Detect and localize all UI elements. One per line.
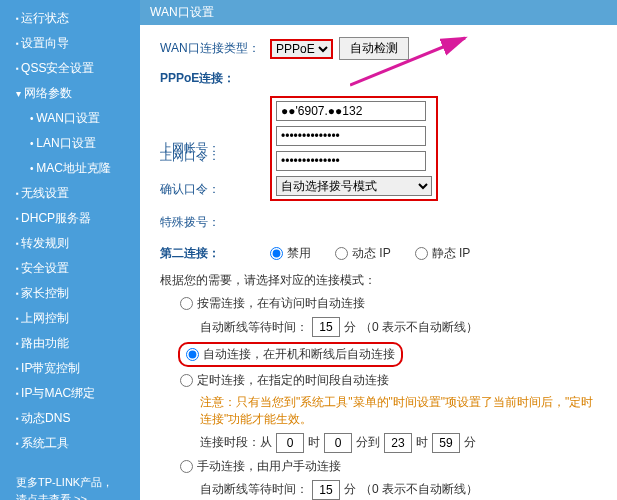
nav-wan[interactable]: WAN口设置	[0, 106, 140, 131]
footer-line1: 更多TP-LINK产品，	[16, 474, 132, 491]
nav-forward[interactable]: 转发规则	[0, 231, 140, 256]
sidebar-footer[interactable]: 更多TP-LINK产品， 请点击查看 >>	[0, 466, 140, 500]
period-h1[interactable]	[276, 433, 304, 453]
password-label2: 上网口令：	[160, 148, 270, 165]
mode-time-label: 定时连接，在指定的时间段自动连接	[197, 372, 389, 389]
confirm-label: 确认口令：	[160, 181, 270, 198]
nav-qss[interactable]: QSS安全设置	[0, 56, 140, 81]
idle-input-2[interactable]	[312, 480, 340, 500]
nav-parent[interactable]: 家长控制	[0, 281, 140, 306]
nav-lan[interactable]: LAN口设置	[0, 131, 140, 156]
mode-help-text: 根据您的需要，请选择对应的连接模式：	[160, 272, 597, 289]
nav-mac[interactable]: MAC地址克隆	[0, 156, 140, 181]
nav-system[interactable]: 系统工具	[0, 431, 140, 456]
second-disable-radio[interactable]	[270, 247, 283, 260]
nav-network-label[interactable]: 网络参数	[0, 81, 140, 106]
auto-detect-button[interactable]: 自动检测	[339, 37, 409, 60]
mode-auto-label: 自动连接，在开机和断线后自动连接	[203, 346, 395, 363]
mode-manual-radio[interactable]	[180, 460, 193, 473]
sidebar: 运行状态 设置向导 QSS安全设置 网络参数 WAN口设置 LAN口设置 MAC…	[0, 0, 140, 500]
idle-note: （0 表示不自动断线）	[360, 319, 478, 336]
nav-wizard[interactable]: 设置向导	[0, 31, 140, 56]
nav-ddns[interactable]: 动态DNS	[0, 406, 140, 431]
pppoe-label: PPPoE连接：	[160, 70, 270, 87]
period-h2[interactable]	[384, 433, 412, 453]
conn-type-label: WAN口连接类型：	[160, 40, 270, 57]
period-m2[interactable]	[432, 433, 460, 453]
idle-label: 自动断线等待时间：	[200, 319, 308, 336]
nav-ipmac[interactable]: IP与MAC绑定	[0, 381, 140, 406]
nav-bandwidth[interactable]: IP带宽控制	[0, 356, 140, 381]
idle-input[interactable]	[312, 317, 340, 337]
nav-access[interactable]: 上网控制	[0, 306, 140, 331]
period-m1[interactable]	[324, 433, 352, 453]
second-dynamic-radio[interactable]	[335, 247, 348, 260]
nav-dhcp[interactable]: DHCP服务器	[0, 206, 140, 231]
nav-wireless[interactable]: 无线设置	[0, 181, 140, 206]
conn-type-select[interactable]: PPPoE	[270, 39, 333, 59]
time-note: 注意：只有当您到"系统工具"菜单的"时间设置"项设置了当前时间后，"定时连接"功…	[200, 394, 600, 428]
section-title: WAN口设置	[140, 0, 617, 25]
main-content: WAN口设置 WAN口连接类型： PPPoE 自动检测 PPPoE连接： 上网帐…	[140, 0, 617, 500]
mode-demand-label: 按需连接，在有访问时自动连接	[197, 295, 365, 312]
mode-demand-radio[interactable]	[180, 297, 193, 310]
nav-network-group[interactable]: 网络参数 WAN口设置 LAN口设置 MAC地址克隆	[0, 81, 140, 181]
confirm-input[interactable]	[276, 151, 426, 171]
second-static-radio[interactable]	[415, 247, 428, 260]
nav-status[interactable]: 运行状态	[0, 6, 140, 31]
second-conn-label: 第二连接：	[160, 245, 270, 262]
dial-select[interactable]: 自动选择拨号模式	[276, 176, 432, 196]
footer-line2[interactable]: 请点击查看 >>	[16, 491, 132, 501]
nav-security[interactable]: 安全设置	[0, 256, 140, 281]
mode-manual-label: 手动连接，由用户手动连接	[197, 458, 341, 475]
mode-auto-radio[interactable]	[186, 348, 199, 361]
mode-auto-highlight: 自动连接，在开机和断线后自动连接	[178, 342, 403, 367]
dial-label: 特殊拨号：	[160, 214, 270, 231]
nav-route[interactable]: 路由功能	[0, 331, 140, 356]
mode-time-radio[interactable]	[180, 374, 193, 387]
